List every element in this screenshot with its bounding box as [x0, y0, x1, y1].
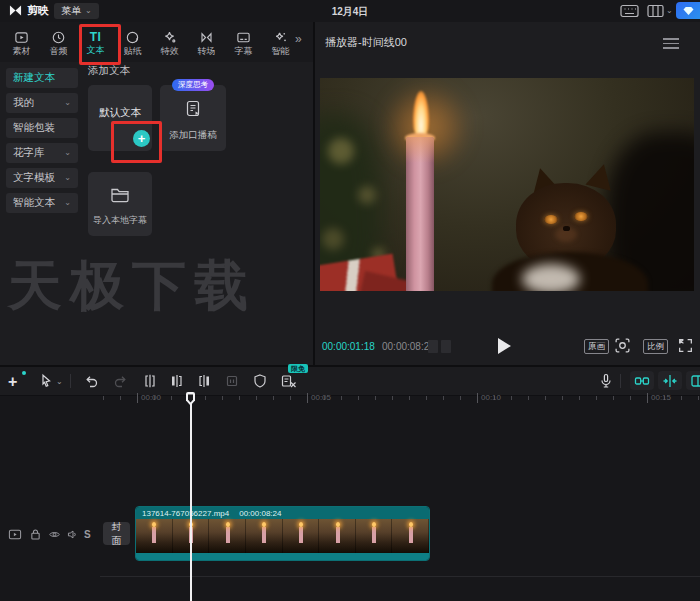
sidebar-item-smart-text[interactable]: 智能文本 ⌄: [6, 193, 78, 213]
record-voiceover-button[interactable]: [598, 373, 614, 389]
import-subtitles-card[interactable]: 导入本地字幕: [88, 172, 152, 236]
ribbon-tab-effects[interactable]: 特效: [151, 25, 188, 61]
split-button[interactable]: [142, 373, 158, 389]
sidebar-item-text-template[interactable]: 文字模板 ⌄: [6, 168, 78, 188]
delete-button[interactable]: [224, 373, 240, 389]
linkage-toggle[interactable]: [630, 371, 654, 390]
annotation-box-add-button: [111, 121, 162, 163]
current-time: 00:00:01:18: [322, 341, 375, 352]
solo-track-icon[interactable]: S: [84, 529, 91, 540]
gem-icon: [683, 6, 694, 16]
preview-axis-icon: [690, 373, 700, 389]
audio-icon: [51, 30, 66, 45]
project-title[interactable]: 12月4日: [0, 5, 700, 19]
watermark: 天极下载: [8, 250, 256, 323]
ribbon-more-button[interactable]: »: [295, 32, 302, 46]
playhead-handle[interactable]: [185, 391, 196, 406]
trim-right-icon: [196, 373, 212, 389]
clip-name: 137614-767056227.mp4: [142, 509, 229, 518]
undo-icon: [84, 373, 100, 389]
toolbar-divider: [620, 374, 621, 388]
erase-caption-icon: [280, 373, 297, 389]
captions-icon: [236, 30, 251, 45]
player-menu-icon[interactable]: [663, 38, 679, 52]
playhead-line[interactable]: [190, 392, 192, 601]
redo-icon: [112, 373, 128, 389]
erase-caption-button[interactable]: [280, 373, 296, 389]
timescale-icon: [428, 340, 438, 353]
ribbon-tab-label: 字幕: [235, 47, 253, 56]
sticker-icon: [125, 30, 140, 45]
ruler-label: 00:00: [137, 393, 161, 403]
cat-eye: [574, 212, 588, 221]
sidebar-item-label: 智能包装: [13, 121, 55, 135]
magnet-snap-icon: [662, 373, 678, 389]
sidebar-item-new-text[interactable]: 新建文本: [6, 68, 78, 88]
ribbon-tab-label: 素材: [13, 47, 31, 56]
ribbon-tab-transition[interactable]: 转场: [188, 25, 225, 61]
clip-thumbnails: [136, 519, 429, 553]
hide-track-icon[interactable]: [48, 528, 61, 541]
focus-icon[interactable]: [614, 337, 631, 354]
chevron-down-icon: ⌄: [64, 174, 71, 182]
delete-icon: [224, 373, 240, 389]
trim-right-button[interactable]: [196, 373, 212, 389]
chevron-down-icon: ⌄: [64, 199, 71, 207]
voiceover-card-label: 添加口播稿: [160, 129, 226, 142]
foreground-blur: [522, 264, 580, 291]
player-title: 播放器-时间线00: [325, 35, 407, 50]
preview-axis-toggle[interactable]: [686, 371, 700, 390]
redo-button[interactable]: [112, 373, 128, 389]
total-duration: 00:00:08:24: [382, 341, 435, 352]
layout-icon[interactable]: ⌄: [647, 4, 673, 18]
shortcut-keys-icon[interactable]: [620, 4, 639, 18]
bokeh-light: [328, 138, 354, 164]
sidebar-item-mine[interactable]: 我的 ⌄: [6, 93, 78, 113]
clip-header: 137614-767056227.mp4 00:00:08:24: [136, 507, 429, 519]
sidebar-item-smart-package[interactable]: 智能包装: [6, 118, 78, 138]
sidebar-item-fancy-text[interactable]: 花字库 ⌄: [6, 143, 78, 163]
bokeh-light: [322, 228, 344, 250]
timeline-toolbar: [0, 367, 700, 396]
free-badge: 限免: [288, 364, 308, 373]
chevron-down-icon[interactable]: ⌄: [56, 378, 63, 386]
mask-button[interactable]: [252, 373, 268, 389]
transition-icon: [199, 30, 214, 45]
cursor-icon: [38, 373, 54, 389]
sidebar-item-label: 文字模板: [13, 171, 55, 185]
mute-track-icon[interactable]: [66, 528, 79, 541]
select-tool-button[interactable]: [38, 373, 54, 389]
ribbon-tab-label: 特效: [161, 47, 179, 56]
original-quality-button[interactable]: 原画: [584, 339, 609, 354]
trim-left-icon: [169, 373, 185, 389]
link-icon: [634, 373, 650, 389]
section-title: 添加文本: [88, 64, 130, 78]
smart-sparkle-icon: [273, 30, 288, 45]
timeline-panel: [0, 367, 700, 601]
timeline-clip[interactable]: 137614-767056227.mp4 00:00:08:24: [135, 506, 430, 561]
trim-left-button[interactable]: [169, 373, 185, 389]
ribbon-tab-media[interactable]: 素材: [3, 25, 40, 61]
ribbon-tab-label: 贴纸: [124, 47, 142, 56]
plus-icon: +: [8, 373, 17, 390]
auto-snap-toggle[interactable]: [658, 371, 682, 390]
add-media-button[interactable]: +: [8, 373, 24, 389]
cover-button[interactable]: 封面: [103, 522, 130, 545]
lock-track-icon[interactable]: [29, 528, 42, 541]
bokeh-light: [358, 186, 376, 204]
fullscreen-icon[interactable]: [677, 337, 694, 354]
microphone-icon: [598, 373, 614, 389]
ribbon-tab-captions[interactable]: 字幕: [225, 25, 262, 61]
vip-button[interactable]: [676, 2, 700, 19]
voiceover-script-card[interactable]: 深度思考 添加口播稿: [160, 85, 226, 151]
ribbon-tab-smart[interactable]: 智能: [262, 25, 299, 61]
sidebar-item-label: 新建文本: [13, 71, 55, 85]
deep-thinking-badge: 深度思考: [172, 79, 214, 91]
voiceover-doc-icon: [183, 99, 203, 119]
ribbon-tab-audio[interactable]: 音频: [40, 25, 77, 61]
undo-button[interactable]: [84, 373, 100, 389]
video-preview[interactable]: [320, 78, 694, 291]
ratio-button[interactable]: 比例: [643, 339, 668, 354]
play-button[interactable]: [498, 338, 511, 354]
titlebar: 剪映 菜单 ⌄ 12月4日 ⌄: [0, 0, 700, 22]
